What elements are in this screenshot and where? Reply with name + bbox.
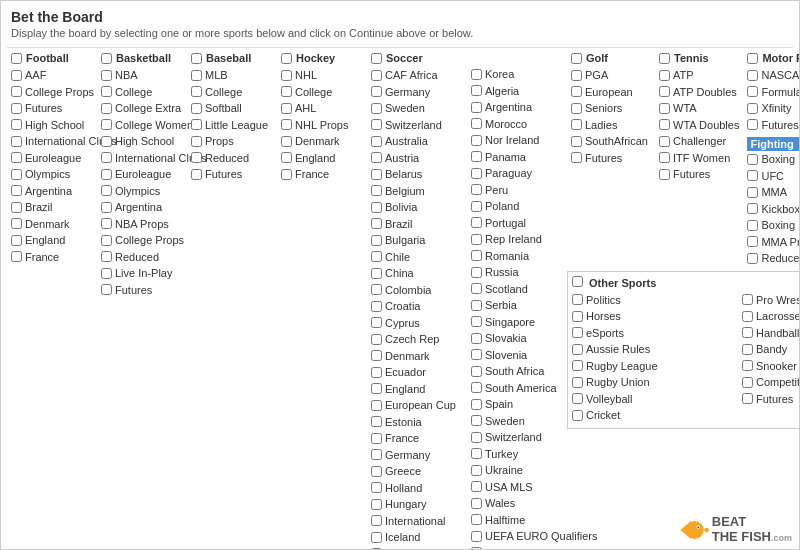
fighting-items-checkbox[interactable] [747,220,758,231]
baseball-checkbox[interactable] [191,53,202,64]
soccer-items-checkbox[interactable] [371,169,382,180]
hockey-items-checkbox[interactable] [281,119,292,130]
football-items-checkbox[interactable] [11,251,22,262]
tennis-items-checkbox[interactable] [659,70,670,81]
football-items-checkbox[interactable] [11,152,22,163]
tennis-items-checkbox[interactable] [659,169,670,180]
fighting-items-checkbox[interactable] [747,187,758,198]
basketball-items-checkbox[interactable] [101,103,112,114]
basketball-checkbox[interactable] [101,53,112,64]
baseball-items-checkbox[interactable] [191,152,202,163]
soccer2-items-checkbox[interactable] [471,118,482,129]
soccer2-items-checkbox[interactable] [471,448,482,459]
basketball-items-checkbox[interactable] [101,251,112,262]
football-items-checkbox[interactable] [11,70,22,81]
golf-items-checkbox[interactable] [571,152,582,163]
soccer2-items-checkbox[interactable] [471,69,482,80]
football-items-checkbox[interactable] [11,218,22,229]
soccer2-items-checkbox[interactable] [471,283,482,294]
other-col1-checkbox[interactable] [572,344,583,355]
golf-items-checkbox[interactable] [571,119,582,130]
basketball-items-checkbox[interactable] [101,185,112,196]
tennis-items-checkbox[interactable] [659,119,670,130]
soccer-items-checkbox[interactable] [371,532,382,543]
baseball-items-checkbox[interactable] [191,119,202,130]
soccer-items-checkbox[interactable] [371,152,382,163]
soccer2-items-checkbox[interactable] [471,135,482,146]
golf-checkbox[interactable] [571,53,582,64]
soccer-items-checkbox[interactable] [371,251,382,262]
soccer-items-checkbox[interactable] [371,334,382,345]
basketball-items-checkbox[interactable] [101,136,112,147]
hockey-items-checkbox[interactable] [281,136,292,147]
other-col2-checkbox[interactable] [742,360,753,371]
soccer2-items-checkbox[interactable] [471,250,482,261]
tennis-items-checkbox[interactable] [659,103,670,114]
soccer2-items-checkbox[interactable] [471,217,482,228]
soccer2-items-checkbox[interactable] [471,432,482,443]
soccer2-items-checkbox[interactable] [471,316,482,327]
other-col2-checkbox[interactable] [742,344,753,355]
soccer-items-checkbox[interactable] [371,103,382,114]
other-col2-checkbox[interactable] [742,311,753,322]
soccer-items-checkbox[interactable] [371,70,382,81]
basketball-items-checkbox[interactable] [101,169,112,180]
baseball-items-checkbox[interactable] [191,86,202,97]
soccer-items-checkbox[interactable] [371,383,382,394]
other-sports-checkbox[interactable] [572,276,583,287]
soccer2-items-checkbox[interactable] [471,234,482,245]
tennis-items-checkbox[interactable] [659,152,670,163]
hockey-checkbox[interactable] [281,53,292,64]
motor-checkbox[interactable] [747,53,758,64]
basketball-items-checkbox[interactable] [101,268,112,279]
soccer-items-checkbox[interactable] [371,218,382,229]
football-items-checkbox[interactable] [11,169,22,180]
soccer2-items-checkbox[interactable] [471,382,482,393]
fighting-items-checkbox[interactable] [747,236,758,247]
soccer2-items-checkbox[interactable] [471,201,482,212]
soccer-items-checkbox[interactable] [371,301,382,312]
motor-items-checkbox[interactable] [747,103,758,114]
golf-items-checkbox[interactable] [571,103,582,114]
soccer-items-checkbox[interactable] [371,86,382,97]
basketball-items-checkbox[interactable] [101,152,112,163]
soccer2-items-checkbox[interactable] [471,151,482,162]
golf-items-checkbox[interactable] [571,136,582,147]
soccer2-items-checkbox[interactable] [471,85,482,96]
other-col1-checkbox[interactable] [572,410,583,421]
soccer-items-checkbox[interactable] [371,350,382,361]
hockey-items-checkbox[interactable] [281,169,292,180]
football-items-checkbox[interactable] [11,235,22,246]
soccer-items-checkbox[interactable] [371,185,382,196]
other-col2-checkbox[interactable] [742,294,753,305]
soccer-items-checkbox[interactable] [371,433,382,444]
other-col1-checkbox[interactable] [572,311,583,322]
other-col1-checkbox[interactable] [572,327,583,338]
basketball-items-checkbox[interactable] [101,70,112,81]
soccer2-items-checkbox[interactable] [471,415,482,426]
soccer-items-checkbox[interactable] [371,268,382,279]
soccer2-items-checkbox[interactable] [471,531,482,542]
baseball-items-checkbox[interactable] [191,70,202,81]
football-items-checkbox[interactable] [11,202,22,213]
soccer-items-checkbox[interactable] [371,136,382,147]
basketball-items-checkbox[interactable] [101,284,112,295]
football-items-checkbox[interactable] [11,119,22,130]
soccer2-items-checkbox[interactable] [471,300,482,311]
soccer-items-checkbox[interactable] [371,416,382,427]
fighting-items-checkbox[interactable] [747,170,758,181]
football-items-checkbox[interactable] [11,136,22,147]
soccer-items-checkbox[interactable] [371,202,382,213]
other-col2-checkbox[interactable] [742,393,753,404]
baseball-items-checkbox[interactable] [191,169,202,180]
baseball-items-checkbox[interactable] [191,136,202,147]
baseball-items-checkbox[interactable] [191,103,202,114]
soccer-checkbox[interactable] [371,53,382,64]
soccer2-items-checkbox[interactable] [471,102,482,113]
tennis-items-checkbox[interactable] [659,86,670,97]
motor-items-checkbox[interactable] [747,119,758,130]
soccer2-items-checkbox[interactable] [471,184,482,195]
basketball-items-checkbox[interactable] [101,202,112,213]
soccer-items-checkbox[interactable] [371,515,382,526]
fighting-items-checkbox[interactable] [747,154,758,165]
